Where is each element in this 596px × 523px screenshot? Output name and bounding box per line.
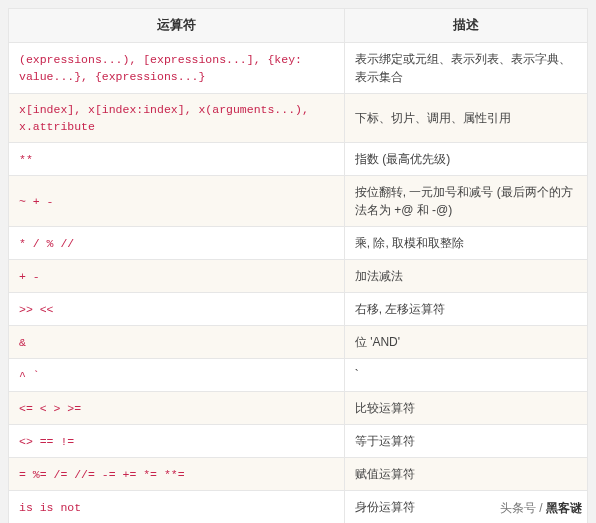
table-body: (expressions...), [expressions...], {key… bbox=[9, 42, 588, 523]
description-cell: 赋值运算符 bbox=[344, 458, 587, 491]
table-row: <= < > >=比较运算符 bbox=[9, 392, 588, 425]
table-container: 运算符 描述 (expressions...), [expressions...… bbox=[0, 0, 596, 523]
watermark-author: 黑客谜 bbox=[546, 501, 582, 515]
table-row: (expressions...), [expressions...], {key… bbox=[9, 42, 588, 93]
table-row: ^ `` bbox=[9, 359, 588, 392]
description-cell: 比较运算符 bbox=[344, 392, 587, 425]
operator-cell: * / % // bbox=[9, 227, 345, 260]
description-cell: 等于运算符 bbox=[344, 425, 587, 458]
description-cell: 指数 (最高优先级) bbox=[344, 143, 587, 176]
watermark: 头条号 / 黑客谜 bbox=[500, 500, 582, 517]
operator-cell: + - bbox=[9, 260, 345, 293]
operator-cell: ~ + - bbox=[9, 176, 345, 227]
operator-cell: ^ ` bbox=[9, 359, 345, 392]
description-cell: 右移, 左移运算符 bbox=[344, 293, 587, 326]
operator-cell: <= < > >= bbox=[9, 392, 345, 425]
operator-cell: >> << bbox=[9, 293, 345, 326]
description-cell: 按位翻转, 一元加号和减号 (最后两个的方法名为 +@ 和 -@) bbox=[344, 176, 587, 227]
operator-cell: is is not bbox=[9, 491, 345, 523]
operator-cell: ** bbox=[9, 143, 345, 176]
table-header-row: 运算符 描述 bbox=[9, 9, 588, 43]
description-cell: ` bbox=[344, 359, 587, 392]
operator-cell: = %= /= //= -= += *= **= bbox=[9, 458, 345, 491]
watermark-source: 头条号 / bbox=[500, 501, 546, 515]
table-row: + -加法减法 bbox=[9, 260, 588, 293]
description-cell: 下标、切片、调用、属性引用 bbox=[344, 93, 587, 143]
table-row: **指数 (最高优先级) bbox=[9, 143, 588, 176]
operator-cell: & bbox=[9, 326, 345, 359]
operator-table: 运算符 描述 (expressions...), [expressions...… bbox=[8, 8, 588, 523]
description-cell: 位 'AND' bbox=[344, 326, 587, 359]
description-cell: 表示绑定或元组、表示列表、表示字典、表示集合 bbox=[344, 42, 587, 93]
table-row: >> <<右移, 左移运算符 bbox=[9, 293, 588, 326]
operator-cell: x[index], x[index:index], x(arguments...… bbox=[9, 93, 345, 143]
table-row: <> == !=等于运算符 bbox=[9, 425, 588, 458]
table-row: = %= /= //= -= += *= **=赋值运算符 bbox=[9, 458, 588, 491]
description-cell: 乘, 除, 取模和取整除 bbox=[344, 227, 587, 260]
header-operator: 运算符 bbox=[9, 9, 345, 43]
operator-cell: (expressions...), [expressions...], {key… bbox=[9, 42, 345, 93]
description-cell: 加法减法 bbox=[344, 260, 587, 293]
table-row: &位 'AND' bbox=[9, 326, 588, 359]
table-row: * / % //乘, 除, 取模和取整除 bbox=[9, 227, 588, 260]
operator-cell: <> == != bbox=[9, 425, 345, 458]
table-row: x[index], x[index:index], x(arguments...… bbox=[9, 93, 588, 143]
table-row: ~ + -按位翻转, 一元加号和减号 (最后两个的方法名为 +@ 和 -@) bbox=[9, 176, 588, 227]
header-description: 描述 bbox=[344, 9, 587, 43]
